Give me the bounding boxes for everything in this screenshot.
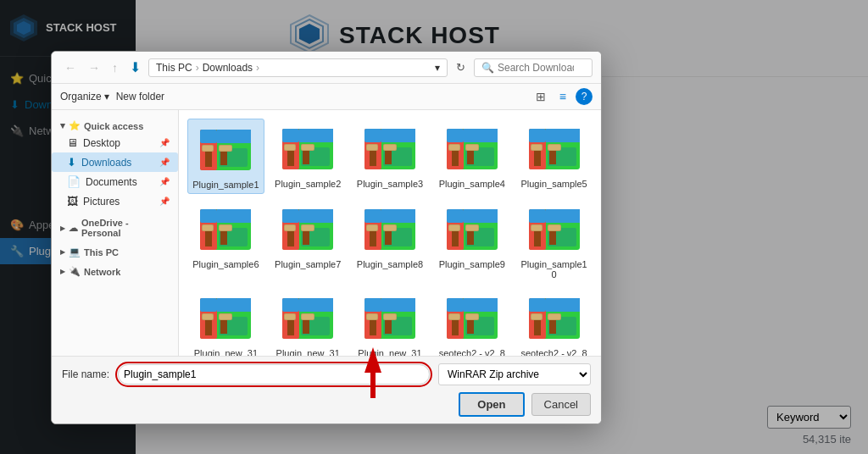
file-item[interactable]: Plugin_sample8	[352, 199, 429, 283]
svg-rect-151	[447, 298, 464, 312]
sidebar-item-desktop[interactable]: 🖥 Desktop 📌	[52, 133, 178, 152]
svg-rect-53	[546, 129, 580, 142]
thispc-label: This PC	[84, 247, 119, 257]
sidebar-section-onedrive: ▸ ☁ OneDrive - Personal	[52, 214, 178, 240]
svg-rect-144	[367, 314, 377, 319]
svg-rect-52	[529, 129, 546, 142]
sidebar-item-pictures[interactable]: 🖼 Pictures 📌	[52, 191, 178, 211]
file-item[interactable]: Plugin_sample2	[270, 119, 347, 194]
svg-rect-19	[282, 129, 299, 142]
svg-rect-129	[282, 298, 299, 312]
file-item[interactable]: Plugin_new_31_aug_2021 (1)	[270, 288, 347, 356]
filetype-select[interactable]: WinRAR Zip archive	[438, 363, 591, 385]
svg-rect-113	[549, 230, 556, 245]
filename-row: File name: WinRAR Zip archive	[62, 363, 591, 385]
svg-rect-170	[548, 314, 560, 319]
sidebar-item-downloads-active[interactable]: ⬇ Downloads 📌	[52, 152, 178, 172]
network-icon-sidebar: 🔌	[69, 266, 81, 277]
svg-rect-153	[452, 318, 459, 335]
svg-rect-8	[200, 130, 217, 143]
svg-rect-89	[367, 225, 377, 230]
sidebar-section-thispc: ▸ 💻 This PC	[52, 243, 178, 259]
refresh-button[interactable]: ↻	[451, 58, 470, 76]
pin-icon: 📌	[159, 138, 170, 147]
svg-rect-87	[370, 230, 376, 246]
file-icon-plugin1	[198, 123, 253, 177]
svg-rect-122	[203, 314, 213, 319]
up-button[interactable]: ↑	[108, 58, 122, 77]
file-label: Plugin_sample5	[520, 179, 587, 189]
svg-rect-135	[303, 318, 309, 334]
file-item[interactable]: Plugin_sample10	[515, 199, 593, 283]
svg-rect-152	[464, 298, 498, 312]
svg-rect-137	[302, 314, 314, 319]
file-icon-plugin6	[198, 202, 253, 257]
svg-rect-166	[531, 314, 542, 319]
view-toggle-button[interactable]: ⊞	[531, 88, 550, 105]
cancel-button[interactable]: Cancel	[531, 393, 591, 416]
file-item[interactable]: Plugin_sample4	[433, 119, 510, 194]
svg-rect-85	[364, 209, 381, 223]
file-icon-pluginnew2	[281, 291, 335, 346]
svg-rect-14	[220, 150, 227, 165]
svg-rect-155	[449, 314, 459, 319]
file-item[interactable]: Plugin_sample5	[515, 119, 593, 194]
file-item[interactable]: seotech2 - v2_8_0 (1)	[433, 288, 510, 356]
file-label: Plugin_new_31_aug_2021 (1)	[274, 348, 342, 356]
file-item[interactable]: Plugin_new_31_aug_2021	[352, 288, 429, 356]
svg-rect-162	[529, 298, 546, 312]
svg-rect-98	[452, 230, 459, 246]
svg-rect-168	[549, 318, 556, 334]
breadcrumb: This PC › Downloads › ▾	[148, 58, 448, 77]
view-details-button[interactable]: ≡	[555, 88, 570, 105]
file-item[interactable]: Plugin_new_31_aug_2021 (2)	[187, 288, 264, 356]
svg-rect-25	[303, 149, 309, 164]
svg-rect-86	[381, 209, 415, 223]
network-header[interactable]: ▸ 🔌 Network	[52, 263, 178, 279]
svg-rect-97	[464, 209, 498, 223]
breadcrumb-sep2: ›	[256, 62, 259, 74]
svg-rect-12	[203, 146, 213, 151]
svg-rect-100	[449, 225, 459, 230]
search-input[interactable]	[498, 62, 574, 74]
breadcrumb-dropdown-arrow[interactable]: ▾	[435, 62, 440, 74]
onedrive-header[interactable]: ▸ ☁ OneDrive - Personal	[52, 214, 178, 240]
svg-rect-107	[529, 209, 546, 223]
action-row: Open Cancel	[62, 392, 591, 417]
file-item[interactable]: Plugin_sample6	[187, 199, 264, 283]
svg-rect-21	[287, 149, 294, 166]
svg-rect-75	[299, 209, 333, 223]
file-icon-plugin3	[363, 122, 417, 176]
forward-button[interactable]: →	[84, 58, 104, 77]
svg-rect-32	[370, 149, 376, 166]
open-button[interactable]: Open	[459, 392, 524, 417]
new-folder-button[interactable]: New folder	[116, 88, 164, 105]
file-item[interactable]: Plugin_sample7	[270, 199, 347, 283]
organize-button[interactable]: Organize ▾	[60, 91, 109, 102]
file-item[interactable]: Plugin_sample1	[187, 119, 264, 194]
svg-rect-163	[546, 298, 580, 312]
file-item[interactable]: seotech2 - v2_8_0	[515, 288, 593, 356]
toolbar-left: Organize ▾ New folder	[60, 88, 164, 105]
file-label: Plugin_new_31_aug_2021 (2)	[192, 348, 259, 356]
file-item[interactable]: Plugin_sample3	[352, 119, 429, 194]
dialog-body: ▾ ⭐ Quick access 🖥 Desktop 📌 ⬇ Downloads…	[52, 110, 601, 356]
svg-rect-30	[364, 129, 381, 142]
back-button[interactable]: ←	[60, 58, 81, 77]
sidebar-item-documents[interactable]: 📄 Documents 📌	[52, 172, 178, 191]
svg-rect-47	[467, 149, 474, 164]
help-button[interactable]: ?	[576, 88, 593, 105]
svg-rect-124	[220, 318, 227, 334]
organize-label: Organize	[60, 91, 102, 102]
svg-rect-42	[464, 129, 498, 142]
file-open-dialog: ← → ↑ ⬇ This PC › Downloads › ▾ ↻ 🔍 Orga…	[51, 51, 602, 424]
svg-rect-34	[367, 145, 377, 150]
thispc-header[interactable]: ▸ 💻 This PC	[52, 243, 178, 259]
file-item[interactable]: Plugin_sample9	[433, 199, 510, 283]
quick-access-header[interactable]: ▾ ⭐ Quick access	[52, 117, 178, 133]
file-icon-plugin2	[281, 122, 335, 176]
svg-rect-58	[549, 149, 556, 164]
svg-rect-9	[217, 130, 251, 143]
search-icon: 🔍	[481, 62, 494, 74]
file-icon-seotech1	[445, 291, 499, 346]
